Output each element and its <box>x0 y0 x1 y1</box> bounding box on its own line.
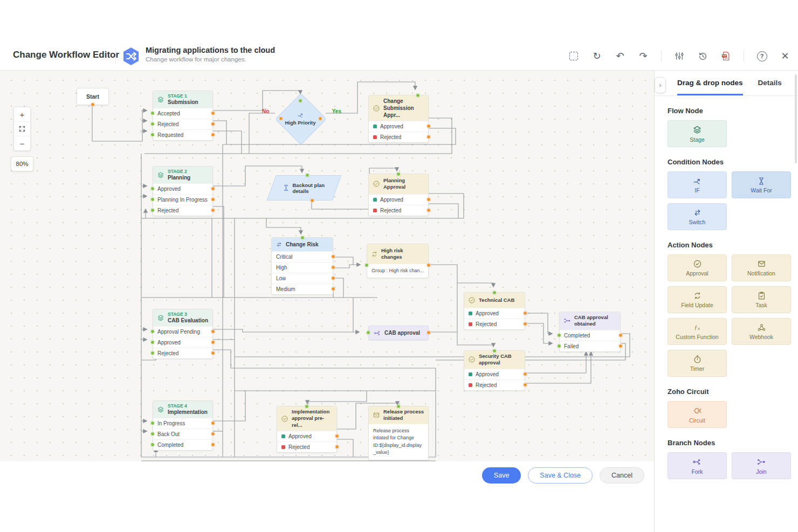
port-in[interactable] <box>150 421 155 425</box>
port-out[interactable] <box>279 116 283 121</box>
port-in[interactable] <box>305 404 309 409</box>
port-in[interactable] <box>366 330 370 335</box>
cancel-button[interactable]: Cancel <box>600 467 644 483</box>
port-out[interactable] <box>426 208 431 212</box>
port-in[interactable] <box>150 111 155 115</box>
palette-approval[interactable]: Approval <box>668 254 727 281</box>
stage-row[interactable]: Rejected <box>153 119 212 129</box>
approval-row[interactable]: Approved <box>464 308 525 319</box>
palette-notification[interactable]: Notification <box>732 254 791 281</box>
palette-circuit[interactable]: Circuit <box>668 401 727 428</box>
stage4-node[interactable]: STAGE 4 Implementation In Progress Back … <box>153 400 213 451</box>
join-row[interactable]: Completed <box>560 330 620 341</box>
workflow-canvas[interactable]: + − 80% Start STAGE 1 Submission Accepte… <box>0 70 654 489</box>
port-out[interactable] <box>331 287 335 291</box>
port-in[interactable] <box>150 133 155 137</box>
if-high-priority-node[interactable]: High Priority No Yes <box>272 96 328 141</box>
port-out[interactable] <box>318 116 322 121</box>
approval-implementation-node[interactable]: Implementation approval pre-rel... Appro… <box>277 406 337 453</box>
port-in[interactable] <box>150 186 155 191</box>
port-out[interactable] <box>426 197 431 202</box>
approval-technical-cab-node[interactable]: Technical CAB Approved Rejected <box>464 292 525 330</box>
stage-row[interactable]: Approved <box>153 183 212 194</box>
stage-row[interactable]: Accepted <box>153 108 212 119</box>
stage-row[interactable]: Planning In Progress <box>153 194 212 205</box>
stage2-node[interactable]: STAGE 2 Planning Approved Planning In Pr… <box>153 166 213 216</box>
palette-field-update[interactable]: Field Update <box>668 286 727 313</box>
switch-row[interactable]: High <box>272 262 333 273</box>
stage1-node[interactable]: STAGE 1 Submission Accepted Rejected Req… <box>153 91 213 141</box>
save-and-close-button[interactable]: Save & Close <box>528 467 593 483</box>
approval-row[interactable]: Rejected <box>277 441 336 452</box>
stage-row[interactable]: Rejected <box>153 348 212 358</box>
port-in[interactable] <box>492 349 497 353</box>
palette-webhook[interactable]: Webhook <box>732 318 791 345</box>
zoom-in-button[interactable]: + <box>14 107 30 121</box>
port-in[interactable] <box>150 340 155 344</box>
port-in[interactable] <box>150 208 155 212</box>
adjust-settings-icon[interactable] <box>674 51 685 61</box>
port-in[interactable] <box>492 291 497 295</box>
approval-row[interactable]: Rejected <box>369 205 428 216</box>
sidebar-collapse-button[interactable]: › <box>655 77 666 93</box>
approval-row[interactable]: Approved <box>464 369 525 379</box>
port-in[interactable] <box>150 329 155 334</box>
stage-row[interactable]: Requested <box>153 129 212 140</box>
switch-row[interactable]: Medium <box>272 284 333 294</box>
palette-if[interactable]: IF <box>668 171 727 198</box>
zoom-out-button[interactable]: − <box>14 136 30 150</box>
port-out[interactable] <box>426 124 431 128</box>
join-cab-approval-obtained-node[interactable]: CAB approval obtained Completed Failed <box>559 312 621 352</box>
history-icon[interactable] <box>697 51 708 61</box>
approval-planning-node[interactable]: Planning Approval Approved Rejected <box>368 174 429 216</box>
port-in[interactable] <box>364 263 369 267</box>
palette-task[interactable]: Task <box>732 286 791 313</box>
port-in[interactable] <box>150 432 155 436</box>
port-out[interactable] <box>426 263 431 267</box>
stage-row[interactable]: Back Out <box>153 429 212 439</box>
port-out[interactable] <box>335 445 339 449</box>
approval-row[interactable]: Rejected <box>464 319 525 329</box>
port-out[interactable] <box>523 311 527 315</box>
approval-row[interactable]: Rejected <box>369 132 428 142</box>
port-in[interactable] <box>150 443 155 447</box>
stage-row[interactable]: Completed <box>153 439 212 450</box>
switch-change-risk-node[interactable]: Change Risk Critical High Low Medium <box>271 237 333 295</box>
tab-drag-drop-nodes[interactable]: Drag & drop nodes <box>677 70 743 95</box>
redo-icon[interactable]: ↷ <box>638 51 649 61</box>
palette-timer[interactable]: Timer <box>668 350 727 377</box>
approval-row[interactable]: Approved <box>277 431 336 441</box>
approval-row[interactable]: Approved <box>369 121 428 132</box>
port-in[interactable] <box>416 93 420 98</box>
approval-row[interactable]: Rejected <box>464 379 525 390</box>
close-icon[interactable]: ✕ <box>780 51 790 61</box>
port-out[interactable] <box>426 330 431 335</box>
port-in[interactable] <box>150 122 155 126</box>
port-out[interactable] <box>331 254 335 259</box>
port-out[interactable] <box>310 198 314 203</box>
palette-stage[interactable]: Stage <box>668 120 727 147</box>
marquee-select-icon[interactable] <box>568 51 579 61</box>
stage-row[interactable]: Approval Pending <box>153 326 212 337</box>
help-icon[interactable]: ? <box>756 51 767 61</box>
port-out[interactable] <box>523 372 527 376</box>
approval-change-submission-node[interactable]: Change Submission Appr... Approved Rejec… <box>368 95 429 143</box>
stage-row[interactable]: In Progress <box>153 418 212 429</box>
palette-custom-function[interactable]: Custom Function <box>668 318 727 345</box>
switch-row[interactable]: Critical <box>272 251 333 262</box>
port-in[interactable] <box>300 236 305 240</box>
port-in[interactable] <box>396 172 401 176</box>
palette-switch[interactable]: Switch <box>668 203 727 230</box>
stage-row[interactable]: Approved <box>153 337 212 348</box>
palette-wait-for[interactable]: Wait For <box>732 171 791 198</box>
notification-release-node[interactable]: Release process initiated Release proces… <box>368 406 429 460</box>
port-out[interactable] <box>426 135 431 139</box>
palette-fork[interactable]: Fork <box>668 452 727 479</box>
port-out[interactable] <box>331 276 335 280</box>
port-out[interactable] <box>91 102 95 107</box>
port-in[interactable] <box>298 99 302 103</box>
fit-to-screen-button[interactable] <box>14 121 30 136</box>
stage3-node[interactable]: STAGE 3 CAB Evaluation Approval Pending … <box>153 309 213 359</box>
port-out[interactable] <box>523 322 527 326</box>
port-in[interactable] <box>396 404 401 409</box>
